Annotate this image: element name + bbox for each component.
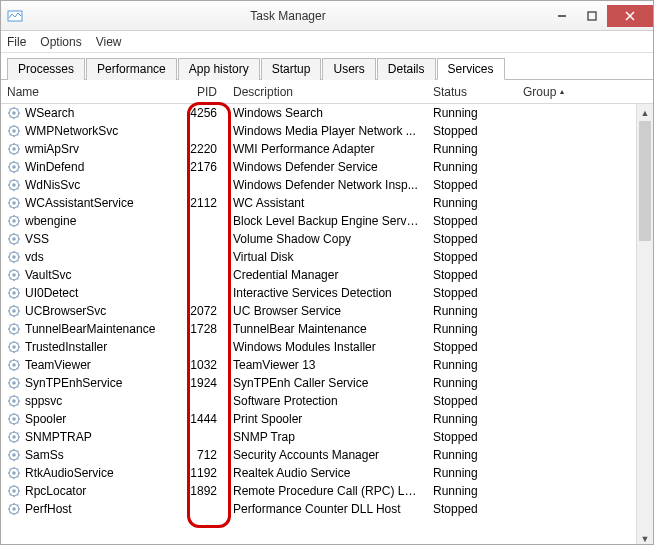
- table-row[interactable]: vdsVirtual DiskStopped: [1, 248, 653, 266]
- sort-indicator-icon: ▴: [560, 87, 564, 96]
- scroll-down-icon[interactable]: ▼: [637, 530, 653, 545]
- cell-pid: 2112: [179, 196, 227, 210]
- cell-description: WC Assistant: [227, 196, 427, 210]
- service-gear-icon: [7, 232, 21, 246]
- table-row[interactable]: WSearch4256Windows SearchRunning: [1, 104, 653, 122]
- table-row[interactable]: UI0DetectInteractive Services DetectionS…: [1, 284, 653, 302]
- cell-pid: 4256: [179, 106, 227, 120]
- close-button[interactable]: [607, 5, 653, 27]
- vertical-scrollbar[interactable]: ▲ ▼: [636, 104, 653, 545]
- cell-status: Stopped: [427, 340, 517, 354]
- svg-point-186: [12, 435, 16, 439]
- service-gear-icon: [7, 466, 21, 480]
- service-list[interactable]: WSearch4256Windows SearchRunningWMPNetwo…: [1, 104, 653, 545]
- table-row[interactable]: WMPNetworkSvcWindows Media Player Networ…: [1, 122, 653, 140]
- cell-status: Running: [427, 106, 517, 120]
- col-header-status[interactable]: Status: [427, 85, 517, 99]
- table-row[interactable]: RpcLocator1892Remote Procedure Call (RPC…: [1, 482, 653, 500]
- cell-name: WdNisSvc: [1, 178, 179, 192]
- table-row[interactable]: TeamViewer1032TeamViewer 13Running: [1, 356, 653, 374]
- service-name: SamSs: [25, 448, 64, 462]
- cell-status: Running: [427, 304, 517, 318]
- minimize-button[interactable]: [547, 5, 577, 27]
- tab-details[interactable]: Details: [377, 58, 436, 80]
- scroll-thumb[interactable]: [639, 121, 651, 241]
- table-row[interactable]: sppsvcSoftware ProtectionStopped: [1, 392, 653, 410]
- service-name: vds: [25, 250, 44, 264]
- tab-performance[interactable]: Performance: [86, 58, 177, 80]
- scroll-up-icon[interactable]: ▲: [637, 104, 653, 121]
- col-header-description[interactable]: Description: [227, 85, 427, 99]
- cell-description: SynTPEnh Caller Service: [227, 376, 427, 390]
- cell-description: Windows Defender Network Insp...: [227, 178, 427, 192]
- maximize-button[interactable]: [577, 5, 607, 27]
- cell-name: Spooler: [1, 412, 179, 426]
- cell-name: SynTPEnhService: [1, 376, 179, 390]
- tab-app-history[interactable]: App history: [178, 58, 260, 80]
- svg-point-226: [12, 507, 16, 511]
- table-row[interactable]: VSSVolume Shadow CopyStopped: [1, 230, 653, 248]
- menu-file[interactable]: File: [7, 35, 26, 49]
- cell-description: WMI Performance Adapter: [227, 142, 427, 156]
- window-title: Task Manager: [29, 9, 547, 23]
- table-row[interactable]: PerfHostPerformance Counter DLL HostStop…: [1, 500, 653, 518]
- table-row[interactable]: SynTPEnhService1924SynTPEnh Caller Servi…: [1, 374, 653, 392]
- col-header-pid[interactable]: PID: [179, 85, 227, 99]
- table-row[interactable]: TrustedInstallerWindows Modules Installe…: [1, 338, 653, 356]
- svg-point-176: [12, 417, 16, 421]
- cell-status: Stopped: [427, 250, 517, 264]
- tab-services[interactable]: Services: [437, 58, 505, 80]
- cell-description: Windows Modules Installer: [227, 340, 427, 354]
- service-name: TrustedInstaller: [25, 340, 107, 354]
- table-row[interactable]: wmiApSrv2220WMI Performance AdapterRunni…: [1, 140, 653, 158]
- cell-status: Stopped: [427, 124, 517, 138]
- cell-description: Performance Counter DLL Host: [227, 502, 427, 516]
- tab-users[interactable]: Users: [322, 58, 375, 80]
- menu-options[interactable]: Options: [40, 35, 81, 49]
- cell-name: SNMPTRAP: [1, 430, 179, 444]
- svg-point-6: [12, 111, 16, 115]
- cell-pid: 1728: [179, 322, 227, 336]
- service-gear-icon: [7, 430, 21, 444]
- table-row[interactable]: RtkAudioService1192Realtek Audio Service…: [1, 464, 653, 482]
- tab-startup[interactable]: Startup: [261, 58, 322, 80]
- cell-description: TeamViewer 13: [227, 358, 427, 372]
- table-row[interactable]: Spooler1444Print SpoolerRunning: [1, 410, 653, 428]
- table-row[interactable]: WdNisSvcWindows Defender Network Insp...…: [1, 176, 653, 194]
- cell-pid: 1192: [179, 466, 227, 480]
- cell-name: TunnelBearMaintenance: [1, 322, 179, 336]
- service-gear-icon: [7, 196, 21, 210]
- cell-status: Running: [427, 376, 517, 390]
- minimize-icon: [557, 11, 567, 21]
- service-gear-icon: [7, 340, 21, 354]
- service-gear-icon: [7, 250, 21, 264]
- table-row[interactable]: SNMPTRAPSNMP TrapStopped: [1, 428, 653, 446]
- table-row[interactable]: TunnelBearMaintenance1728TunnelBear Main…: [1, 320, 653, 338]
- col-header-group[interactable]: Group ▴: [517, 85, 587, 99]
- cell-name: PerfHost: [1, 502, 179, 516]
- service-gear-icon: [7, 142, 21, 156]
- cell-description: Windows Media Player Network ...: [227, 124, 427, 138]
- table-row[interactable]: UCBrowserSvc2072UC Browser ServiceRunnin…: [1, 302, 653, 320]
- cell-name: SamSs: [1, 448, 179, 462]
- menu-view[interactable]: View: [96, 35, 122, 49]
- cell-pid: 2220: [179, 142, 227, 156]
- table-row[interactable]: SamSs712Security Accounts ManagerRunning: [1, 446, 653, 464]
- cell-status: Stopped: [427, 214, 517, 228]
- cell-name: wmiApSrv: [1, 142, 179, 156]
- col-header-name[interactable]: Name: [1, 85, 179, 99]
- close-icon: [625, 11, 635, 21]
- svg-point-66: [12, 219, 16, 223]
- cell-status: Stopped: [427, 232, 517, 246]
- svg-rect-2: [588, 12, 596, 20]
- table-row[interactable]: WinDefend2176Windows Defender ServiceRun…: [1, 158, 653, 176]
- svg-point-106: [12, 291, 16, 295]
- service-name: RpcLocator: [25, 484, 86, 498]
- table-row[interactable]: WCAssistantService2112WC AssistantRunnin…: [1, 194, 653, 212]
- cell-name: TeamViewer: [1, 358, 179, 372]
- service-name: PerfHost: [25, 502, 72, 516]
- tab-processes[interactable]: Processes: [7, 58, 85, 80]
- table-row[interactable]: VaultSvcCredential ManagerStopped: [1, 266, 653, 284]
- table-row[interactable]: wbengineBlock Level Backup Engine Servic…: [1, 212, 653, 230]
- cell-pid: 2072: [179, 304, 227, 318]
